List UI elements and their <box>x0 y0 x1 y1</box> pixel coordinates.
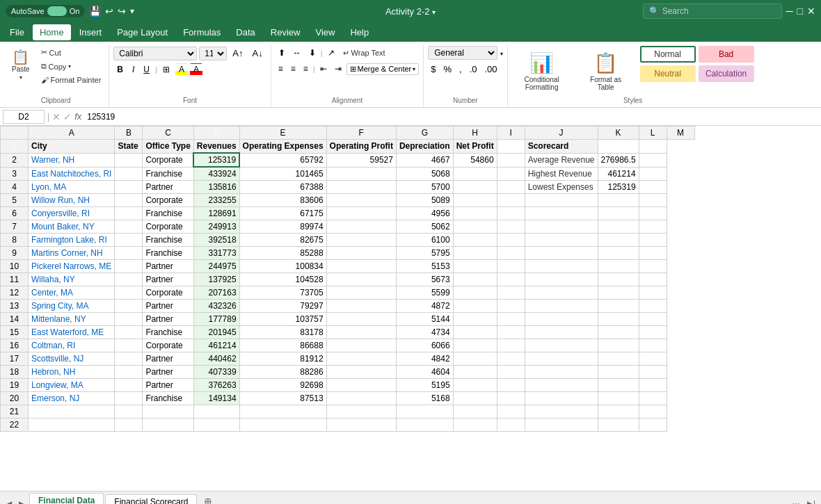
table-cell[interactable]: Farmington Lake, RI <box>29 234 115 247</box>
table-cell[interactable]: Office Type <box>143 140 193 154</box>
table-cell[interactable] <box>453 194 497 207</box>
table-cell[interactable] <box>497 405 525 418</box>
number-format-select[interactable]: General <box>428 46 497 60</box>
table-cell[interactable] <box>639 366 667 379</box>
table-cell[interactable]: 440462 <box>193 352 239 366</box>
table-cell[interactable]: 125319 <box>193 153 239 167</box>
align-bottom-btn[interactable]: ⬇ <box>306 46 319 60</box>
table-cell[interactable] <box>639 247 667 260</box>
table-cell[interactable]: Center, MA <box>29 286 115 300</box>
align-middle-btn[interactable]: ↔ <box>290 46 304 60</box>
table-cell[interactable] <box>453 313 497 326</box>
table-cell[interactable]: 54860 <box>453 153 497 167</box>
cell-reference-input[interactable] <box>3 110 45 124</box>
table-cell[interactable]: Partner <box>143 366 193 379</box>
table-cell[interactable] <box>115 153 143 167</box>
table-cell[interactable] <box>639 153 667 167</box>
table-cell[interactable]: 6066 <box>396 339 453 352</box>
table-cell[interactable]: 82675 <box>239 234 326 247</box>
table-cell[interactable] <box>639 207 667 220</box>
menu-formulas[interactable]: Formulas <box>176 24 228 40</box>
table-cell[interactable] <box>115 167 143 181</box>
table-cell[interactable]: 149134 <box>193 392 239 405</box>
table-cell[interactable]: 5062 <box>396 220 453 234</box>
table-cell[interactable] <box>453 339 497 352</box>
row-header[interactable]: 15 <box>1 326 29 339</box>
table-cell[interactable] <box>639 405 667 418</box>
table-cell[interactable] <box>115 313 143 326</box>
menu-file[interactable]: File <box>3 24 31 40</box>
table-cell[interactable]: 5599 <box>396 286 453 300</box>
table-cell[interactable]: 331773 <box>193 247 239 260</box>
table-cell[interactable] <box>525 379 598 392</box>
table-cell[interactable]: 88286 <box>239 366 326 379</box>
table-cell[interactable] <box>497 366 525 379</box>
table-cell[interactable] <box>115 392 143 405</box>
table-cell[interactable] <box>115 273 143 286</box>
row-header[interactable]: 19 <box>1 379 29 392</box>
table-cell[interactable]: 376263 <box>193 379 239 392</box>
table-cell[interactable] <box>453 352 497 366</box>
table-cell[interactable] <box>453 260 497 273</box>
bold-btn[interactable]: B <box>113 63 127 76</box>
table-cell[interactable]: 6100 <box>396 234 453 247</box>
table-cell[interactable] <box>497 300 525 313</box>
row-header[interactable]: 14 <box>1 313 29 326</box>
table-cell[interactable]: 207163 <box>193 286 239 300</box>
table-cell[interactable] <box>497 286 525 300</box>
row-header[interactable]: 16 <box>1 339 29 352</box>
table-cell[interactable] <box>326 260 396 273</box>
table-cell[interactable]: Franchise <box>143 326 193 339</box>
table-cell[interactable]: 67388 <box>239 181 326 194</box>
table-cell[interactable] <box>639 260 667 273</box>
decrease-decimal-btn[interactable]: .00 <box>482 62 500 76</box>
decrease-font-btn[interactable]: A↓ <box>249 46 266 60</box>
table-cell[interactable] <box>453 326 497 339</box>
table-cell[interactable] <box>598 366 639 379</box>
row-header[interactable]: 3 <box>1 167 29 181</box>
table-cell[interactable]: State <box>115 140 143 154</box>
table-cell[interactable]: Conyersville, RI <box>29 207 115 220</box>
table-cell[interactable]: 4604 <box>396 366 453 379</box>
table-cell[interactable] <box>115 181 143 194</box>
table-cell[interactable]: Martins Corner, NH <box>29 247 115 260</box>
table-cell[interactable] <box>453 220 497 234</box>
table-cell[interactable] <box>29 418 115 432</box>
table-cell[interactable]: 201945 <box>193 326 239 339</box>
table-cell[interactable]: East Natchitoches, RI <box>29 167 115 181</box>
row-header[interactable]: 7 <box>1 220 29 234</box>
table-cell[interactable]: Emerson, NJ <box>29 392 115 405</box>
table-cell[interactable] <box>115 260 143 273</box>
table-cell[interactable] <box>497 418 525 432</box>
table-cell[interactable] <box>115 352 143 366</box>
table-cell[interactable] <box>326 207 396 220</box>
row-header[interactable]: 13 <box>1 300 29 313</box>
table-cell[interactable]: Highest Revenue <box>525 167 598 181</box>
table-cell[interactable]: 73705 <box>239 286 326 300</box>
table-cell[interactable] <box>639 167 667 181</box>
align-right-btn[interactable]: ≡ <box>301 62 311 76</box>
table-cell[interactable]: 5153 <box>396 260 453 273</box>
comma-btn[interactable]: , <box>456 62 465 76</box>
row-header[interactable]: 20 <box>1 392 29 405</box>
table-cell[interactable] <box>453 167 497 181</box>
table-cell[interactable]: 79297 <box>239 300 326 313</box>
col-header-E[interactable]: E <box>239 127 326 140</box>
table-cell[interactable]: 249913 <box>193 220 239 234</box>
font-size-select[interactable]: 11 <box>199 47 227 60</box>
table-cell[interactable]: 100834 <box>239 260 326 273</box>
col-header-D[interactable]: D <box>193 127 239 140</box>
table-cell[interactable] <box>525 220 598 234</box>
table-cell[interactable]: 137925 <box>193 273 239 286</box>
table-cell[interactable] <box>639 326 667 339</box>
menu-insert[interactable]: Insert <box>72 24 109 40</box>
scroll-right-end[interactable]: ▶| <box>804 499 818 504</box>
row-header[interactable]: 22 <box>1 418 29 432</box>
table-cell[interactable] <box>326 392 396 405</box>
table-cell[interactable] <box>193 418 239 432</box>
table-cell[interactable] <box>453 286 497 300</box>
table-cell[interactable]: 461214 <box>193 339 239 352</box>
table-cell[interactable]: Mount Baker, NY <box>29 220 115 234</box>
table-cell[interactable] <box>326 286 396 300</box>
row-header[interactable]: 8 <box>1 234 29 247</box>
